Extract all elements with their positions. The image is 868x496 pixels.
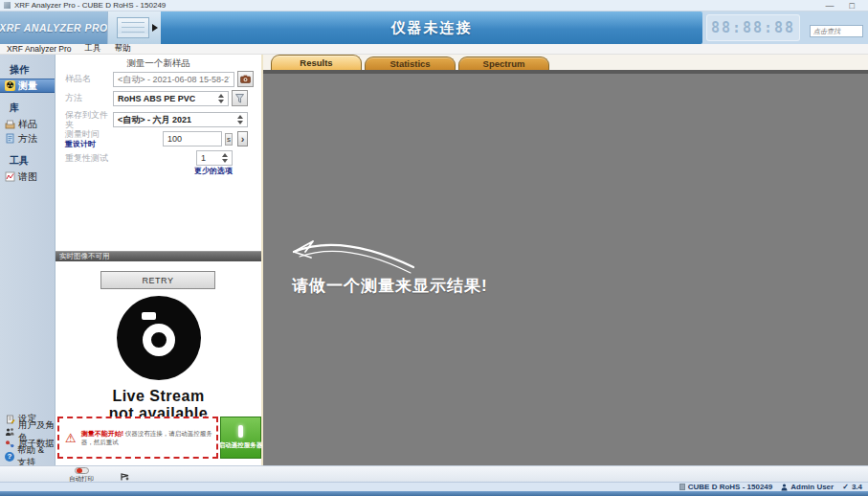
results-tabs: Results Statistics Spectrum <box>271 55 549 70</box>
sidebar-item-sample[interactable]: 样品 <box>0 117 55 131</box>
atom-icon <box>5 439 15 449</box>
tab-statistics[interactable]: Statistics <box>365 56 456 70</box>
sample-name-label: 样品名 <box>65 74 113 83</box>
warning-title: 测量不能开始! <box>81 430 123 437</box>
form-title: 测量一个新样品 <box>56 57 261 70</box>
user-name: Admin User <box>790 483 834 491</box>
menu-help[interactable]: 帮助 <box>108 43 138 55</box>
check-icon: ✓ <box>842 483 849 491</box>
tab-results[interactable]: Results <box>271 55 362 70</box>
measure-time-row: 测量时间 重设计时 s › <box>65 129 248 149</box>
menubar: XRF Analyzer Pro 工具 帮助 <box>0 44 868 55</box>
window-titlebar: XRF Analyzer Pro - CUBE D RoHS - 150249 … <box>0 0 868 11</box>
maximize-button[interactable]: □ <box>850 1 855 11</box>
start-remote-server-label: 启动遥控服务器 <box>219 441 263 450</box>
device-name: CUBE D RoHS - 150249 <box>688 483 772 491</box>
save-folder-select[interactable]: <自动> - 六月 2021 <box>113 112 248 127</box>
method-icon <box>5 133 15 144</box>
fewer-options-link[interactable]: 更少的选项 <box>194 166 233 176</box>
sidebar: 操作 ☢ 测量 库 样品 方法 工具 <box>0 55 56 465</box>
warning-text: 测量不能开始! 仪器没有连接，请启动遥控服务器，然后重试 <box>81 429 213 446</box>
repeat-test-label: 重复性测试 <box>65 153 142 163</box>
options-row: 更少的选项 <box>65 166 248 176</box>
sidebar-item-measure[interactable]: ☢ 测量 <box>0 79 55 93</box>
repeat-count-spinner[interactable]: 1 <box>196 150 233 166</box>
bottom-strip <box>0 491 868 496</box>
method-value: RoHS ABS PE PVC <box>118 94 195 103</box>
sidebar-item-help[interactable]: ? 帮助 & 支持 <box>0 450 56 462</box>
users-icon <box>5 426 15 437</box>
sample-photo-button[interactable] <box>237 71 254 87</box>
section-header-library: 库 <box>0 101 55 115</box>
save-folder-value: <自动> - 六月 2021 <box>118 114 191 126</box>
tab-spectrum[interactable]: Spectrum <box>458 56 549 70</box>
app-icon <box>4 2 11 9</box>
instrument-thumbnail[interactable] <box>107 11 161 44</box>
statusbar-user[interactable]: Admin User <box>781 483 834 491</box>
toggle-icon <box>75 467 89 474</box>
power-icon <box>238 425 243 438</box>
method-row: 方法 RoHS ABS PE PVC <box>65 90 248 106</box>
start-measurement-button[interactable]: › <box>237 131 248 147</box>
start-remote-server-button[interactable]: 启动遥控服务器 <box>220 417 261 459</box>
spinner-icon[interactable] <box>218 153 228 163</box>
warning-icon: ⚠ <box>65 432 77 444</box>
app-logo-text: XRF ANALYZER PRO <box>0 22 108 34</box>
statusbar-version: ✓ 3.4 <box>842 483 862 491</box>
save-folder-label: 保存到文件夹 <box>65 110 113 130</box>
main-area: 操作 ☢ 测量 库 样品 方法 工具 <box>0 55 868 465</box>
retry-button[interactable]: RETRY <box>100 271 215 289</box>
bottom-toolbar: 自动打印 最佳实践 <box>0 465 868 482</box>
measure-time-text: 测量时间 <box>65 129 100 139</box>
window-title: XRF Analyzer Pro - CUBE D RoHS - 150249 <box>14 1 166 10</box>
header-band: XRF ANALYZER PRO 仪器未连接 88:88:88 <box>0 11 868 44</box>
sidebar-item-method[interactable]: 方法 <box>0 131 55 146</box>
instrument-image <box>117 17 149 38</box>
sidebar-item-users[interactable]: 用户及角色 <box>0 425 56 438</box>
spectrum-icon <box>5 171 15 182</box>
sample-icon <box>5 119 15 129</box>
xrf-analyzer-window: XRF Analyzer Pro - CUBE D RoHS - 150249 … <box>0 0 868 496</box>
menu-tools[interactable]: 工具 <box>78 43 108 55</box>
help-icon: ? <box>5 452 14 462</box>
search-box <box>810 20 863 33</box>
sidebar-item-label: 谱图 <box>18 170 37 184</box>
measure-time-input[interactable] <box>163 131 222 147</box>
funnel-icon <box>235 94 244 103</box>
minimize-button[interactable]: — <box>826 1 835 11</box>
settings-icon <box>5 414 15 424</box>
results-placeholder-message: 请做一个测量来显示结果! <box>292 275 488 297</box>
method-select[interactable]: RoHS ABS PE PVC <box>113 91 229 106</box>
play-icon[interactable] <box>152 24 158 32</box>
statusbar: CUBE D RoHS - 150249 Admin User ✓ 3.4 <box>0 482 868 491</box>
clock-digits: 88:88:88 <box>711 19 795 36</box>
method-filter-button[interactable] <box>232 90 248 106</box>
sidebar-item-label: 方法 <box>18 132 37 146</box>
time-unit-button[interactable]: s <box>225 133 233 146</box>
section-header-tools: 工具 <box>0 154 55 168</box>
device-icon <box>679 484 685 490</box>
connection-status-text: 仪器未连接 <box>391 19 473 37</box>
user-icon <box>781 484 788 491</box>
connection-banner: 仪器未连接 <box>161 11 702 44</box>
sidebar-item-spectrum[interactable]: 谱图 <box>0 169 55 184</box>
measure-time-label: 测量时间 重设计时 <box>65 129 113 149</box>
measurement-form-panel: 测量一个新样品 样品名 方法 RoHS ABS PE PVC 保 <box>56 55 263 465</box>
spinner-icon[interactable] <box>234 115 243 124</box>
sample-name-input[interactable] <box>113 72 234 87</box>
repeat-count-value: 1 <box>201 153 206 163</box>
sample-name-row: 样品名 <box>65 71 248 87</box>
reset-timer-link[interactable]: 重设计时 <box>65 140 96 148</box>
search-input[interactable] <box>810 25 863 37</box>
results-content: 请做一个测量来显示结果! <box>263 74 868 465</box>
menu-app[interactable]: XRF Analyzer Pro <box>0 44 78 54</box>
live-stream-message-line1: Live Stream <box>112 388 204 405</box>
sidebar-item-label: 样品 <box>18 118 37 131</box>
results-area: Results Statistics Spectrum 请做一个测量来显示结果! <box>263 55 868 465</box>
camera-icon <box>117 296 201 380</box>
camera-panel-header: 实时图像不可用 <box>56 251 261 261</box>
repeat-test-row: 重复性测试 1 <box>65 150 248 166</box>
radiation-icon: ☢ <box>5 80 15 91</box>
save-folder-row: 保存到文件夹 <自动> - 六月 2021 <box>65 110 248 130</box>
spinner-icon[interactable] <box>214 94 224 103</box>
